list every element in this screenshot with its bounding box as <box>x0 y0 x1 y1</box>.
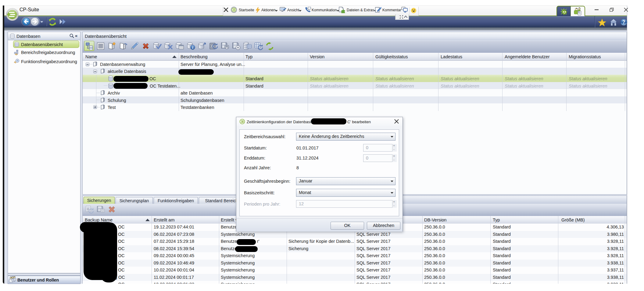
svg-text:?: ? <box>622 20 625 25</box>
